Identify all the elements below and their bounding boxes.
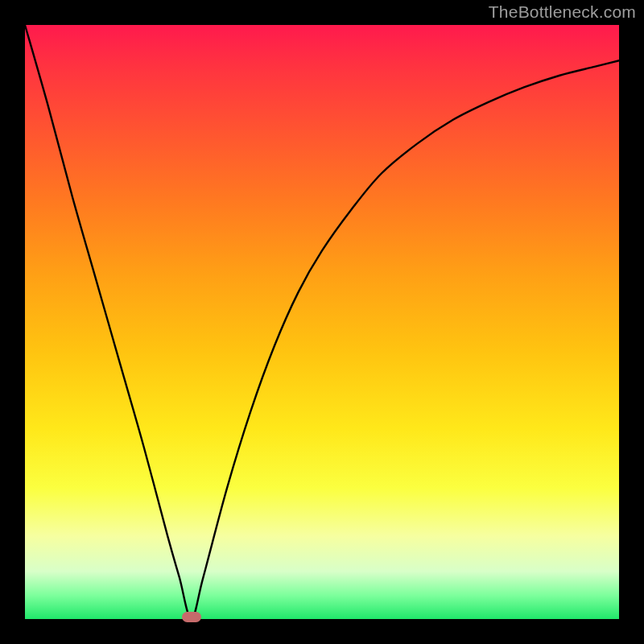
chart-frame: TheBottleneck.com — [0, 0, 644, 644]
plot-area — [25, 25, 619, 619]
bottleneck-curve — [25, 25, 619, 619]
watermark-text: TheBottleneck.com — [489, 2, 636, 22]
optimum-marker — [182, 612, 201, 622]
curve-svg — [25, 25, 619, 619]
